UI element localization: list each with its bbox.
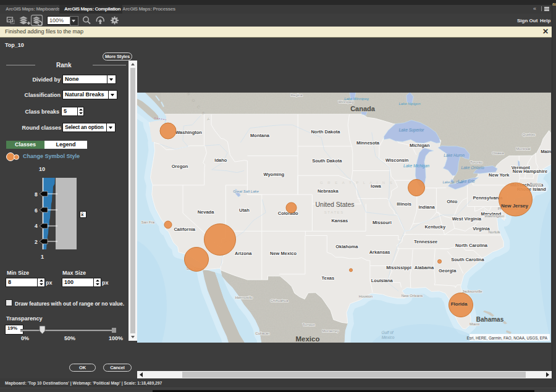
svg-text:Washington: Washington <box>175 130 202 135</box>
svg-text:Pennsylvania: Pennsylvania <box>473 195 503 201</box>
svg-text:United States: United States <box>315 201 354 208</box>
svg-text:Texas: Texas <box>321 275 334 281</box>
svg-text:Bahamas: Bahamas <box>476 316 504 323</box>
svg-text:San Fra: San Fra <box>141 220 155 224</box>
svg-text:G R E A T P L A I N S: G R E A T P L A I N S <box>320 181 394 185</box>
svg-text:Arkansas: Arkansas <box>369 249 390 255</box>
svg-text:Lake Nipigon: Lake Nipigon <box>398 102 421 106</box>
svg-text:Louisiana: Louisiana <box>371 278 394 283</box>
svg-text:Great Salt Lake: Great Salt Lake <box>233 190 259 193</box>
svg-text:Mexico: Mexico <box>382 335 395 340</box>
svg-text:New Mexico: New Mexico <box>270 251 297 256</box>
svg-text:Lake Superior: Lake Superior <box>399 128 424 133</box>
svg-text:New York: New York <box>489 172 510 178</box>
svg-text:Lake St. Clair: Lake St. Clair <box>442 180 463 184</box>
svg-text:New Jersey: New Jersey <box>501 203 529 209</box>
svg-text:Utah: Utah <box>239 207 250 213</box>
svg-text:Kentucky: Kentucky <box>424 224 446 230</box>
svg-text:Hermosillo: Hermosillo <box>235 296 253 299</box>
svg-text:Norfolk: Norfolk <box>488 230 500 234</box>
svg-text:Oklahoma: Oklahoma <box>335 244 358 249</box>
svg-text:Chihuahua: Chihuahua <box>270 299 289 302</box>
svg-text:Minnesota: Minnesota <box>356 140 380 146</box>
svg-text:Indiana: Indiana <box>418 204 435 210</box>
svg-text:Virginia: Virginia <box>473 226 490 231</box>
svg-text:Florida: Florida <box>451 301 468 307</box>
svg-text:Nevada: Nevada <box>198 209 215 215</box>
svg-text:Georgia: Georgia <box>439 268 457 273</box>
svg-text:Mississippi: Mississippi <box>386 265 411 270</box>
svg-text:Washington: Washington <box>484 214 503 218</box>
svg-text:North Carolina: North Carolina <box>455 243 488 248</box>
svg-text:Gulf of: Gulf of <box>381 330 394 335</box>
svg-text:Nebraska: Nebraska <box>318 188 339 194</box>
svg-text:Quebec: Quebec <box>522 133 535 136</box>
svg-text:Miami: Miami <box>470 322 479 326</box>
svg-text:California: California <box>174 227 195 232</box>
svg-text:Lake Michigan: Lake Michigan <box>403 164 429 169</box>
svg-text:New Hampshire: New Hampshire <box>513 169 547 174</box>
svg-text:Idaho: Idaho <box>214 157 227 163</box>
svg-text:New Orleans: New Orleans <box>402 294 423 298</box>
svg-text:Ottawa: Ottawa <box>492 151 504 155</box>
svg-text:Winnipeg: Winnipeg <box>338 100 353 104</box>
svg-text:Jacksonville: Jacksonville <box>462 290 482 293</box>
svg-text:Culiacan: Culiacan <box>255 332 269 335</box>
svg-text:S T A T E S: S T A T E S <box>324 211 343 214</box>
svg-text:South Dakota: South Dakota <box>312 158 342 164</box>
svg-text:Alabama: Alabama <box>415 265 434 270</box>
svg-text:Canada: Canada <box>350 105 376 112</box>
svg-text:Wyoming: Wyoming <box>263 172 284 177</box>
svg-text:Michigan: Michigan <box>410 143 430 148</box>
svg-text:Lake Ontario: Lake Ontario <box>461 165 484 170</box>
svg-text:Montana: Montana <box>250 133 270 138</box>
svg-text:Regina: Regina <box>290 93 303 97</box>
svg-text:Toronto: Toronto <box>470 161 483 164</box>
svg-text:Ohio: Ohio <box>447 199 457 204</box>
svg-text:Monterrey: Monterrey <box>322 329 339 333</box>
svg-text:Maine: Maine <box>541 149 551 154</box>
svg-text:Lake Huron: Lake Huron <box>444 153 465 157</box>
svg-text:Arizona: Arizona <box>235 251 252 256</box>
svg-text:Montreal: Montreal <box>516 147 530 151</box>
svg-text:West Virginia: West Virginia <box>452 216 482 222</box>
svg-text:Boston: Boston <box>530 182 542 186</box>
svg-text:Mexico: Mexico <box>296 335 320 343</box>
svg-text:South Carolina: South Carolina <box>451 257 484 262</box>
svg-text:North Dakota: North Dakota <box>311 129 340 135</box>
svg-text:Tennessee: Tennessee <box>414 239 437 244</box>
svg-text:Missouri: Missouri <box>373 220 392 225</box>
svg-text:Oregon: Oregon <box>172 164 188 169</box>
svg-text:Torreon: Torreon <box>303 323 315 327</box>
svg-text:Wisconsin: Wisconsin <box>385 157 409 163</box>
svg-text:Esri, HERE, Garmin, FAO, NOAA,: Esri, HERE, Garmin, FAO, NOAA, USGS, EPA <box>467 336 548 340</box>
svg-text:Illinois: Illinois <box>397 201 411 207</box>
svg-text:Houston: Houston <box>359 294 373 298</box>
svg-text:Kansas: Kansas <box>331 218 348 223</box>
